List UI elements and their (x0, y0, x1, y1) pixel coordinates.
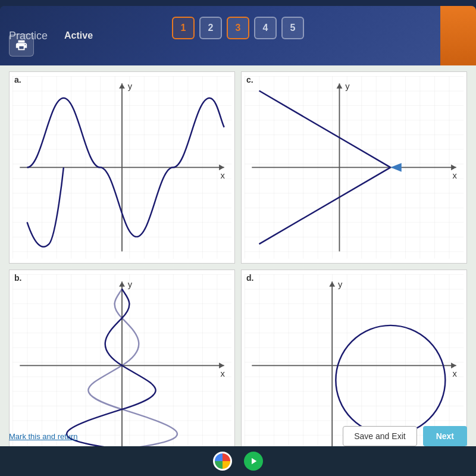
svg-text:y: y (128, 280, 133, 289)
bottom-bar: Mark this and return Save and Exit Next (9, 426, 467, 446)
graph-c-svg: x y (245, 75, 464, 260)
svg-text:x: x (453, 368, 458, 378)
next-button[interactable]: Next (423, 426, 467, 446)
taskbar (0, 446, 476, 476)
graph-b-svg: x y (12, 273, 231, 452)
header: Practice Active 1 2 3 4 5 (0, 6, 476, 65)
page-3-button[interactable]: 3 (227, 17, 249, 39)
graph-c-panel: c. x y (241, 71, 467, 264)
graph-d-svg: x y (245, 273, 464, 452)
page-4-button[interactable]: 4 (254, 17, 277, 39)
header-accent (440, 6, 476, 65)
app-container: Practice Active 1 2 3 4 5 a. (0, 6, 476, 452)
graphs-grid: a. x y (9, 71, 467, 411)
graph-d-panel: d. x y (241, 270, 467, 452)
chrome-icon[interactable] (213, 452, 232, 471)
svg-text:y: y (338, 280, 343, 289)
svg-text:x: x (221, 171, 226, 180)
graph-b-panel: b. x y (9, 270, 235, 452)
play-icon[interactable] (244, 452, 263, 471)
graph-a-panel: a. x y (9, 71, 235, 264)
print-button[interactable] (9, 34, 34, 57)
svg-text:x: x (453, 171, 458, 180)
graph-a-svg: x y (12, 75, 231, 260)
page-5-button[interactable]: 5 (281, 17, 304, 39)
svg-text:y: y (128, 82, 133, 91)
mark-return-link[interactable]: Mark this and return (9, 432, 78, 441)
graph-b-label: b. (14, 273, 21, 283)
graph-a-label: a. (14, 75, 21, 84)
bottom-buttons: Save and Exit Next (343, 426, 467, 446)
content-area: a. x y (0, 65, 476, 452)
svg-text:y: y (345, 82, 350, 91)
active-badge: Active (60, 29, 98, 42)
page-2-button[interactable]: 2 (199, 17, 222, 39)
print-icon (15, 39, 28, 52)
page-1-button[interactable]: 1 (172, 17, 195, 39)
svg-text:x: x (221, 368, 226, 378)
graph-d-label: d. (246, 273, 253, 283)
play-svg (248, 456, 259, 466)
graph-c-label: c. (246, 75, 253, 84)
page-navigation: 1 2 3 4 5 (172, 17, 304, 39)
save-exit-button[interactable]: Save and Exit (343, 426, 416, 446)
